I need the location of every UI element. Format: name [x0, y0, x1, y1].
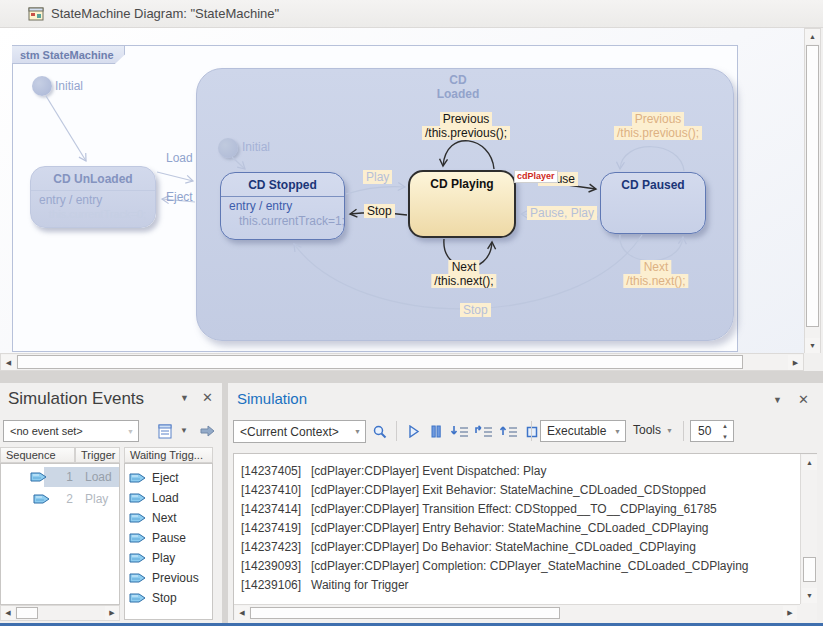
executable-dropdown[interactable]: Executable ▼: [540, 420, 626, 442]
transition-label-load[interactable]: Load: [163, 151, 196, 165]
tools-dropdown-arrow-icon[interactable]: ▼: [666, 427, 673, 434]
ea-window: StateMachine Diagram: "StateMachine" stm…: [0, 0, 823, 626]
step-into-icon: [451, 425, 469, 439]
step-into-button[interactable]: [449, 421, 471, 442]
scroll-up-button[interactable]: ▲: [802, 455, 817, 470]
transition-guard-cdplayer[interactable]: cdPlayer: [514, 170, 558, 183]
waiting-trigger-item[interactable]: Eject: [129, 468, 179, 488]
column-header-trigger[interactable]: Trigger: [75, 447, 120, 463]
scroll-left-button[interactable]: ◀: [1, 606, 15, 620]
transition-label-previous-faded[interactable]: Previous /this.previous();: [614, 112, 702, 140]
trigger-flag-icon: [33, 493, 51, 505]
toolbar-separator: [531, 421, 532, 441]
vertical-scroll-thumb[interactable]: [803, 557, 816, 582]
trigger-flag-icon: [30, 471, 48, 483]
waiting-trigger-item[interactable]: Next: [129, 508, 177, 528]
step-over-button[interactable]: [473, 421, 495, 442]
play-icon: [408, 425, 420, 438]
scroll-left-button[interactable]: ◀: [235, 606, 249, 620]
transition-label-play[interactable]: Play: [363, 170, 392, 184]
dropdown-arrow-icon: ▼: [614, 428, 621, 435]
search-icon: [372, 424, 388, 440]
trigger-flag-icon: [129, 472, 147, 484]
scroll-down-button[interactable]: ▼: [802, 588, 817, 603]
waiting-trigger-item[interactable]: Pause: [129, 528, 186, 548]
event-list-dropdown-arrow-icon[interactable]: ▼: [180, 426, 188, 435]
event-list-button[interactable]: [154, 421, 176, 441]
sequence-row[interactable]: 1 Load: [1, 467, 119, 488]
transition-arrows: [0, 28, 804, 353]
transition-label-stop-faded[interactable]: Stop: [460, 303, 491, 317]
simulation-panel: Simulation ▼ ✕ <Current Context> ▼: [228, 383, 823, 623]
scrollbar-corner: [800, 604, 817, 620]
trigger-flag-icon: [129, 552, 147, 564]
diagram-icon: [28, 6, 44, 22]
panel-close-icon[interactable]: ✕: [202, 390, 213, 405]
simulation-log: [14237405] [cdPlayer:CDPlayer] Event Dis…: [233, 453, 817, 620]
panel-menu-icon[interactable]: ▼: [773, 395, 782, 405]
horizontal-scroll-thumb[interactable]: [17, 355, 743, 369]
log-row[interactable]: [14239093] [cdPlayer:CDPlayer] Completio…: [234, 559, 774, 575]
event-set-dropdown[interactable]: <no event set> ▼: [3, 420, 139, 442]
tools-menu[interactable]: Tools: [633, 423, 661, 437]
sequence-list-scrollbar[interactable]: ◀ ▶: [0, 605, 120, 621]
waiting-trigger-item[interactable]: Load: [129, 488, 179, 508]
sequence-row[interactable]: 2 Play: [1, 489, 119, 510]
pause-simulation-button[interactable]: [426, 421, 446, 442]
diagram-vertical-scrollbar[interactable]: ▲ ▼: [804, 28, 821, 353]
column-header-sequence[interactable]: Sequence: [0, 447, 75, 463]
log-row[interactable]: [14237423] [cdPlayer:CDPlayer] Do Behavi…: [234, 540, 774, 556]
horizontal-scroll-thumb[interactable]: [250, 607, 560, 619]
window-title: StateMachine Diagram: "StateMachine": [51, 6, 279, 21]
transition-label-next-faded[interactable]: Next /this.next();: [623, 260, 688, 288]
transition-label-pause-play[interactable]: Pause, Play: [527, 206, 597, 220]
horizontal-scroll-thumb[interactable]: [16, 607, 38, 619]
log-row[interactable]: [14237414] [cdPlayer:CDPlayer] Transitio…: [234, 502, 774, 518]
right-arrow-icon: [199, 424, 216, 438]
transition-label-next-active[interactable]: Next /this.next();: [431, 260, 496, 288]
step-out-icon: [500, 425, 518, 439]
waiting-trigger-item[interactable]: Stop: [129, 588, 177, 608]
diagram-horizontal-scrollbar[interactable]: ◀ ▶: [0, 353, 804, 371]
trigger-flag-icon: [129, 532, 147, 544]
column-header-waiting-triggers[interactable]: Waiting Trigg...: [124, 447, 213, 463]
waiting-triggers-list: Eject Load Next Pause Play Previous: [124, 463, 213, 620]
log-row[interactable]: [14239106] Waiting for Trigger: [234, 578, 774, 594]
dropdown-arrow-icon: ▼: [127, 428, 134, 435]
log-horizontal-scrollbar[interactable]: ◀ ▶: [234, 604, 800, 620]
horizontal-splitter[interactable]: [0, 371, 823, 383]
scroll-left-button[interactable]: ◀: [1, 355, 16, 370]
spinner-down-icon[interactable]: ▼: [719, 432, 731, 441]
transition-label-eject[interactable]: Eject: [163, 190, 196, 204]
diagram-canvas: stm StateMachine CD Loaded Initial Initi…: [0, 28, 804, 353]
waiting-trigger-item[interactable]: Play: [129, 548, 175, 568]
waiting-trigger-item[interactable]: Previous: [129, 568, 199, 588]
trigger-flag-icon: [129, 572, 147, 584]
dropdown-arrow-icon: ▼: [354, 428, 361, 435]
run-simulation-button[interactable]: [404, 421, 424, 442]
log-row[interactable]: [14237405] [cdPlayer:CDPlayer] Event Dis…: [234, 464, 774, 480]
spinner-up-icon[interactable]: ▲: [719, 421, 731, 430]
log-vertical-scrollbar[interactable]: ▲ ▼: [800, 454, 817, 604]
log-row[interactable]: [14237419] [cdPlayer:CDPlayer] Entry Beh…: [234, 521, 774, 537]
vertical-scroll-thumb[interactable]: [806, 45, 819, 327]
toolbar-separator: [683, 421, 684, 441]
fire-trigger-button[interactable]: [196, 421, 218, 441]
scroll-up-button[interactable]: ▲: [805, 29, 820, 44]
transition-label-previous-active[interactable]: Previous /this.previous();: [422, 112, 510, 140]
scroll-right-button[interactable]: ▶: [788, 355, 803, 370]
toolbar-separator: [396, 421, 397, 441]
transition-label-stop[interactable]: Stop: [364, 204, 395, 218]
search-button[interactable]: [369, 421, 391, 442]
scroll-down-button[interactable]: ▼: [805, 338, 820, 353]
log-row[interactable]: [14237410] [cdPlayer:CDPlayer] Exit Beha…: [234, 483, 774, 499]
context-dropdown[interactable]: <Current Context> ▼: [233, 420, 366, 443]
panel-close-icon[interactable]: ✕: [798, 392, 809, 407]
speed-spinner[interactable]: 50 ▲ ▼: [690, 420, 734, 442]
step-out-button[interactable]: [498, 421, 520, 442]
scroll-right-button[interactable]: ▶: [783, 606, 797, 620]
simulation-events-panel: Simulation Events ▼ ✕ <no event set> ▼ ▼…: [0, 383, 222, 623]
stop-simulation-button[interactable]: [522, 421, 542, 442]
panel-menu-icon[interactable]: ▼: [180, 393, 189, 403]
scroll-right-button[interactable]: ▶: [105, 606, 119, 620]
